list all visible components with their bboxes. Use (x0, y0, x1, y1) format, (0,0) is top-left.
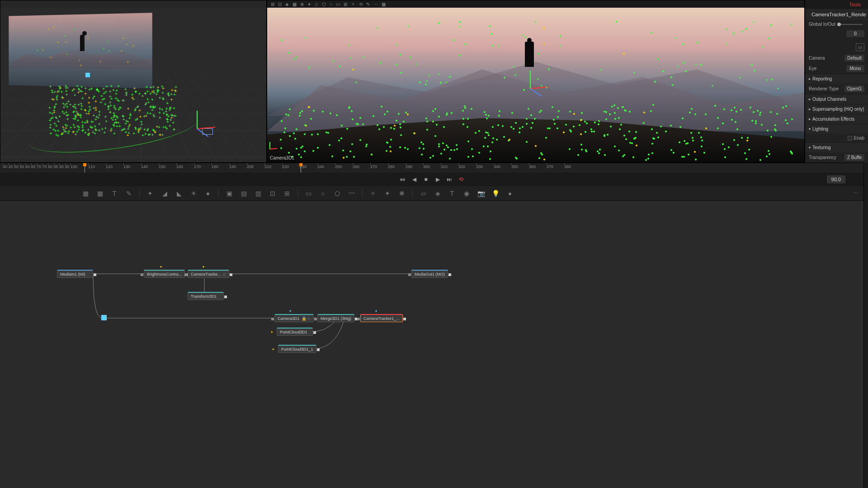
node-port-in[interactable] (314, 318, 317, 320)
blur-tool-icon[interactable]: ● (204, 189, 212, 197)
viewport-tool-icon[interactable]: ⟲ (359, 2, 363, 7)
node-mediaout[interactable]: MediaOut1 (MO) (411, 270, 448, 278)
lighting-enable-checkbox[interactable] (848, 136, 852, 141)
viewport-tool-icon[interactable]: ＋ (351, 1, 355, 7)
node-port-out[interactable] (317, 348, 320, 351)
current-frame-display[interactable]: 90.0 (827, 175, 845, 183)
text3d-tool-icon[interactable]: T (448, 189, 456, 197)
viewport-tool-icon[interactable]: ⬡ (322, 2, 326, 7)
paint-tool-icon[interactable]: ✎ (125, 189, 133, 197)
fastnoise-tool-icon[interactable]: ▩ (96, 189, 104, 197)
bspline-mask-icon[interactable]: 〰 (348, 189, 356, 197)
node-pointcloud2[interactable]: PointCloud3D1_1 (278, 345, 316, 353)
node-cameratracker[interactable]: CameraTracke... ◇ (188, 270, 229, 278)
viewport-tool-icon[interactable]: ○ (330, 2, 332, 7)
node-port-out[interactable] (313, 331, 316, 334)
viewport-camera-right[interactable]: ⊞⊡◈▦⊕✦◇⬡○▭⊞＋⟲✎⋯▦ Camer (267, 0, 805, 163)
node-port-in[interactable] (184, 273, 187, 276)
node-graph[interactable]: MediaIn1 (MI) ▾ BrightnessContra... ▾ Ca… (0, 201, 863, 488)
node-transform3d[interactable]: Transform3D1 (188, 292, 224, 300)
node-port-out[interactable] (448, 273, 451, 276)
colorcorrect-tool-icon[interactable]: ◢ (160, 189, 169, 197)
section-texturing[interactable]: ▾Texturing (805, 142, 868, 152)
section-output-channels[interactable]: ▸Output Channels (805, 94, 868, 104)
inspector-tab-icon[interactable]: ▭ (856, 43, 864, 51)
section-lighting[interactable]: ▾Lighting (805, 124, 868, 134)
global-inout-value[interactable]: 0 (846, 30, 864, 37)
node-port-in[interactable] (408, 273, 411, 276)
resize-tool-icon[interactable]: ⊡ (269, 189, 277, 197)
prender-tool-icon[interactable]: ❋ (398, 189, 406, 197)
eye-value[interactable]: Mono (846, 65, 864, 72)
viewport-tool-icon[interactable]: ⊞ (271, 2, 274, 7)
global-inout-slider[interactable] (837, 24, 863, 25)
shape3d-tool-icon[interactable]: ◈ (434, 189, 442, 197)
ellipse-mask-icon[interactable]: ○ (319, 189, 327, 197)
node-cameratracker-renderer[interactable]: CameraTracker1_... (360, 314, 403, 322)
viewport-tool-icon[interactable]: ✦ (307, 2, 311, 7)
go-to-start-button[interactable]: ⏮ (399, 176, 406, 183)
viewport-3d-left[interactable]: ++++++++++++++++++++++ +++++++++++++++++… (0, 0, 267, 163)
tracker-tool-icon[interactable]: ✦ (146, 189, 154, 197)
go-to-end-button[interactable]: ⏭ (446, 176, 453, 183)
node-pipe-router[interactable] (101, 315, 107, 320)
merge3d-tool-icon[interactable]: ◉ (462, 189, 471, 197)
section-supersampling[interactable]: ▸Supersampling (HiQ only) (805, 104, 868, 114)
node-port-tri[interactable]: ▸ (271, 330, 273, 334)
node-mediain[interactable]: MediaIn1 (MI) (57, 270, 93, 278)
matte-tool-icon[interactable]: ▥ (254, 189, 262, 197)
viewport-tool-icon[interactable]: ◇ (315, 2, 318, 7)
renderer3d-tool-icon[interactable]: ● (506, 189, 514, 197)
node-view-indicator[interactable]: ▾ (203, 265, 204, 269)
node-view-indicator[interactable]: ▾ (375, 309, 377, 313)
node-port-in[interactable] (271, 318, 274, 320)
node-view-indicator[interactable]: ▾ (289, 309, 291, 313)
imageplane-tool-icon[interactable]: ▱ (419, 189, 427, 197)
merge-tool-icon[interactable]: ▣ (225, 189, 233, 197)
camera3d-tool-icon[interactable]: 📷 (477, 189, 485, 197)
rectangle-mask-icon[interactable]: ▭ (304, 189, 312, 197)
timeline-ruler[interactable]: 4045505560657075808590951001101201301401… (0, 163, 863, 173)
viewport-tool-icon[interactable]: ⋯ (373, 2, 378, 7)
transparency-value[interactable]: Z Buffe (844, 154, 864, 161)
viewport-tool-icon[interactable]: ▦ (382, 2, 386, 7)
node-merge3d[interactable]: Merge3D1 (3Mg) (317, 314, 354, 322)
viewport-tool-icon[interactable]: ▦ (292, 2, 297, 7)
play-button[interactable]: ▶ (434, 176, 441, 183)
section-accumulation[interactable]: ▸Accumulation Effects (805, 114, 868, 124)
node-view-indicator[interactable]: ▾ (160, 265, 162, 269)
playhead[interactable] (85, 163, 85, 173)
node-port-in[interactable] (141, 273, 143, 276)
viewport-tool-icon[interactable]: ✎ (366, 2, 370, 7)
text-tool-icon[interactable]: T (110, 189, 118, 197)
camera-value[interactable]: Default (844, 55, 864, 61)
polygon-mask-icon[interactable]: ⬠ (333, 189, 341, 197)
transform-tool-icon[interactable]: ⊞ (283, 189, 291, 197)
node-pointcloud1[interactable]: PointCloud3D1 (277, 328, 313, 336)
viewport-tool-icon[interactable]: ◈ (285, 2, 289, 7)
node-brightness[interactable]: BrightnessContra... (144, 270, 185, 278)
brightness-tool-icon[interactable]: ☀ (189, 189, 198, 197)
background-tool-icon[interactable]: ▦ (81, 189, 90, 197)
viewport-tool-icon[interactable]: ▭ (336, 2, 340, 7)
inspector-tab-tools[interactable]: Tools (845, 1, 864, 8)
stop-button[interactable]: ■ (422, 176, 429, 183)
tool-shelf-more[interactable]: ⋯ (853, 190, 859, 196)
pemitter-tool-icon[interactable]: ✦ (383, 189, 392, 197)
node-port-out[interactable] (224, 296, 227, 298)
node-camera3d[interactable]: Camera3D1 🔒 ◇ (274, 314, 314, 322)
viewport-tool-icon[interactable]: ⊞ (344, 2, 347, 7)
node-port-out[interactable] (230, 273, 232, 276)
node-port-in[interactable] (357, 318, 360, 320)
particles-tool-icon[interactable]: ✧ (369, 189, 377, 197)
node-port-tri[interactable]: ▸ (273, 347, 274, 351)
light-tool-icon[interactable]: 💡 (491, 189, 500, 197)
node-port-out[interactable] (403, 318, 406, 320)
renderer-type-value[interactable]: OpenG (844, 85, 864, 92)
hue-tool-icon[interactable]: ◣ (175, 189, 183, 197)
loop-button[interactable]: ⟲ (458, 176, 465, 183)
play-reverse-button[interactable]: ◀ (410, 176, 418, 183)
locator-3d[interactable] (85, 73, 90, 77)
node-port-out[interactable] (94, 273, 96, 276)
viewport-tool-icon[interactable]: ⊡ (278, 2, 282, 7)
